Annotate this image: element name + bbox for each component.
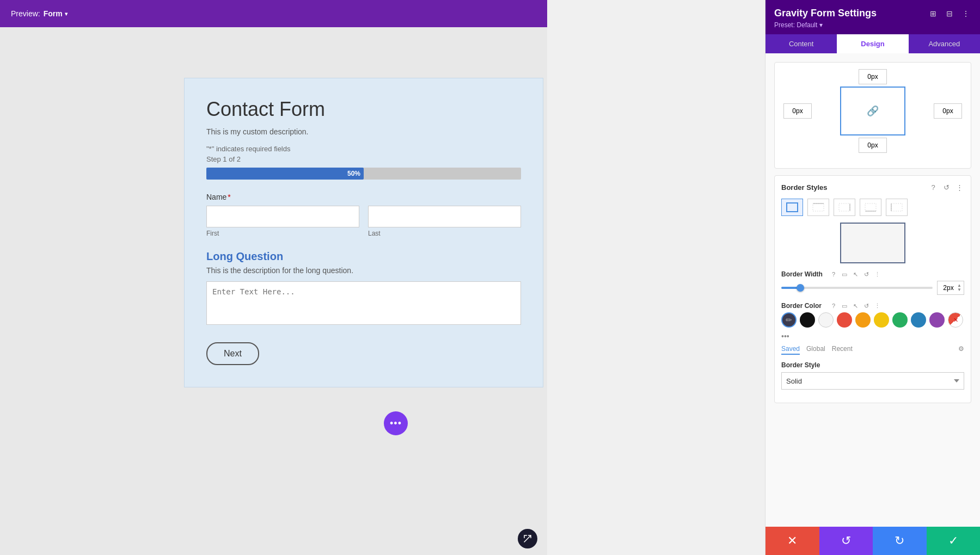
progress-bar-fill: 50% <box>206 168 364 180</box>
color-swatch-red[interactable] <box>837 312 852 328</box>
next-button[interactable]: Next <box>206 342 259 365</box>
svg-rect-8 <box>891 203 902 211</box>
reset-icon[interactable]: ↺ <box>941 182 951 192</box>
fullscreen-icon[interactable]: ⊞ <box>928 8 939 19</box>
long-question-textarea[interactable] <box>206 281 521 325</box>
border-width-input[interactable] <box>940 284 957 292</box>
tab-design[interactable]: Design <box>837 34 908 53</box>
redo-button[interactable]: ↻ <box>873 527 927 555</box>
border-width-slider-wrap: ▲ ▼ <box>781 281 964 295</box>
color-swatch-white[interactable] <box>818 312 834 328</box>
preview-label: Preview: <box>11 9 40 18</box>
border-preview-box <box>840 223 905 263</box>
color-swatches: ✏ ✕ <box>781 312 964 328</box>
padding-preview-box: 🔗 <box>840 87 905 135</box>
first-name-input[interactable] <box>206 206 359 227</box>
svg-rect-6 <box>865 203 876 211</box>
color-tab-recent[interactable]: Recent <box>832 345 853 355</box>
border-width-reset-icon[interactable]: ↺ <box>862 270 871 279</box>
border-style-select-label: Border Style <box>781 361 964 369</box>
border-color-row: Border Color ? ▭ ↖ ↺ ⋮ <box>781 301 964 310</box>
panel-tabs: Content Design Advanced <box>765 34 980 53</box>
border-bottom-btn[interactable] <box>860 199 881 216</box>
form-container: Contact Form This is my custom descripti… <box>184 78 543 387</box>
padding-bottom-input[interactable] <box>859 138 887 153</box>
undo-button[interactable]: ↺ <box>819 527 873 555</box>
tab-advanced[interactable]: Advanced <box>909 34 980 53</box>
color-swatch-eraser[interactable]: ✕ <box>948 312 963 328</box>
color-swatch-blue[interactable] <box>911 312 926 328</box>
columns-icon[interactable]: ⊟ <box>944 8 955 19</box>
color-swatch-yellow[interactable] <box>874 312 889 328</box>
border-color-help-icon[interactable]: ? <box>829 301 838 310</box>
last-name-label: Last <box>368 230 521 237</box>
color-tab-global[interactable]: Global <box>806 345 825 355</box>
color-swatch-black[interactable] <box>800 312 815 328</box>
border-color-icons: ? ▭ ↖ ↺ ⋮ <box>829 301 881 310</box>
border-style-select[interactable]: Solid Dashed Dotted None <box>781 372 964 390</box>
more-icon[interactable]: ⋮ <box>960 8 971 19</box>
color-swatch-custom[interactable]: ✏ <box>781 312 797 328</box>
padding-right-input[interactable] <box>934 103 962 119</box>
border-left-btn[interactable] <box>886 199 908 216</box>
help-icon[interactable]: ? <box>928 182 938 192</box>
border-styles-section: Border Styles ? ↺ ⋮ <box>774 175 971 403</box>
section-description: This is the description for the long que… <box>206 266 521 275</box>
border-color-cursor-icon[interactable]: ↖ <box>851 301 860 310</box>
svg-rect-0 <box>787 203 798 212</box>
cancel-button[interactable]: ✕ <box>765 527 819 555</box>
last-name-input[interactable] <box>368 206 521 227</box>
progress-bar-label: 50% <box>347 170 360 177</box>
section-title: Long Question <box>206 250 521 263</box>
padding-top-input[interactable] <box>859 69 887 84</box>
tab-content[interactable]: Content <box>765 34 837 53</box>
border-width-more-icon[interactable]: ⋮ <box>873 270 881 279</box>
color-extra-icon[interactable]: ••• <box>781 332 789 341</box>
color-swatch-purple[interactable] <box>929 312 945 328</box>
name-field-label: Name* <box>206 193 521 201</box>
border-right-btn[interactable] <box>834 199 855 216</box>
svg-rect-4 <box>839 203 850 211</box>
panel-preset[interactable]: Preset: Default ▾ <box>774 21 971 29</box>
border-width-row: Border Width ? ▭ ↖ ↺ ⋮ <box>781 270 964 279</box>
last-name-field: Last <box>368 206 521 237</box>
step-info: Step 1 of 2 <box>206 155 521 163</box>
color-settings-icon[interactable]: ⚙ <box>958 345 964 355</box>
border-color-more-icon[interactable]: ⋮ <box>873 301 881 310</box>
border-width-help-icon[interactable]: ? <box>829 270 838 279</box>
panel-header-icons: ⊞ ⊟ ⋮ <box>928 8 971 19</box>
corner-icon-button[interactable] <box>518 529 537 548</box>
border-all-icon <box>786 202 799 212</box>
save-button[interactable]: ✓ <box>927 527 981 555</box>
border-width-icons: ? ▭ ↖ ↺ ⋮ <box>829 270 881 279</box>
border-all-btn[interactable] <box>781 199 803 216</box>
border-width-value: ▲ ▼ <box>937 281 964 295</box>
padding-left-input[interactable] <box>783 103 812 119</box>
svg-rect-2 <box>813 203 824 211</box>
border-top-btn[interactable] <box>807 199 829 216</box>
canvas-area: Preview: Form ▾ Contact Form This is my … <box>0 0 547 555</box>
preview-form-selector[interactable]: Form ▾ <box>44 9 68 18</box>
border-color-reset-icon[interactable]: ↺ <box>862 301 871 310</box>
more-options-icon[interactable]: ⋮ <box>954 182 964 192</box>
border-width-cursor-icon[interactable]: ↖ <box>851 270 860 279</box>
border-color-device-icon[interactable]: ▭ <box>840 301 849 310</box>
color-tab-saved[interactable]: Saved <box>781 345 800 355</box>
border-width-device-icon[interactable]: ▭ <box>840 270 849 279</box>
border-color-label: Border Color <box>781 302 825 310</box>
border-width-stepper[interactable]: ▲ ▼ <box>957 283 961 292</box>
padding-grid: 🔗 <box>781 69 964 153</box>
border-style-options <box>781 199 964 216</box>
color-swatch-orange[interactable] <box>855 312 871 328</box>
panel-header-top: Gravity Form Settings ⊞ ⊟ ⋮ <box>774 8 971 19</box>
border-bottom-icon <box>864 202 877 212</box>
floating-menu-button[interactable]: ••• <box>384 411 408 435</box>
panel-header: Gravity Form Settings ⊞ ⊟ ⋮ Preset: Defa… <box>765 0 980 34</box>
border-style-select-row: Border Style Solid Dashed Dotted None <box>781 361 964 390</box>
border-width-slider[interactable] <box>781 287 933 289</box>
first-name-label: First <box>206 230 359 237</box>
panel-title: Gravity Form Settings <box>774 8 877 19</box>
progress-bar-wrap: 50% <box>206 168 521 180</box>
color-swatch-green[interactable] <box>892 312 908 328</box>
stepper-down[interactable]: ▼ <box>957 288 961 292</box>
